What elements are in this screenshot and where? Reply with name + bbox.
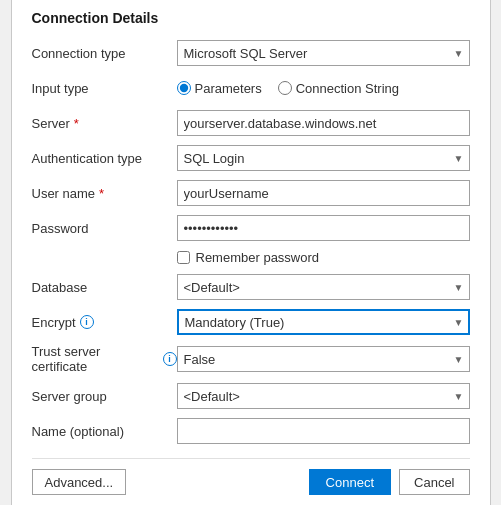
connection-type-row: Connection type Microsoft SQL Server ▼	[32, 40, 470, 66]
username-required: *	[99, 186, 104, 201]
remember-password-checkbox[interactable]	[177, 251, 190, 264]
trust-cert-select[interactable]: False	[177, 346, 470, 372]
server-group-select[interactable]: <Default>	[177, 383, 470, 409]
remember-password-label[interactable]: Remember password	[177, 250, 320, 265]
input-type-radio-group: Parameters Connection String	[177, 81, 400, 96]
database-select[interactable]: <Default>	[177, 274, 470, 300]
auth-type-control: SQL Login ▼	[177, 145, 470, 171]
input-type-label: Input type	[32, 81, 177, 96]
password-row: Password	[32, 215, 470, 241]
parameters-radio[interactable]	[177, 81, 191, 95]
encrypt-info-icon[interactable]: i	[80, 315, 94, 329]
encrypt-select-wrapper: Mandatory (True) ▼	[177, 309, 470, 335]
parameters-label: Parameters	[195, 81, 262, 96]
auth-type-select-wrapper: SQL Login ▼	[177, 145, 470, 171]
server-group-select-wrapper: <Default> ▼	[177, 383, 470, 409]
database-row: Database <Default> ▼	[32, 274, 470, 300]
encrypt-row: Encrypt i Mandatory (True) ▼	[32, 309, 470, 335]
trust-cert-control: False ▼	[177, 346, 470, 372]
connection-details-dialog: Connection Details Connection type Micro…	[11, 0, 491, 505]
dialog-title: Connection Details	[32, 10, 470, 26]
server-label: Server *	[32, 116, 177, 131]
server-control	[177, 110, 470, 136]
auth-type-label: Authentication type	[32, 151, 177, 166]
input-type-row: Input type Parameters Connection String	[32, 75, 470, 101]
advanced-button[interactable]: Advanced...	[32, 469, 127, 495]
server-required: *	[74, 116, 79, 131]
name-row: Name (optional)	[32, 418, 470, 444]
remember-password-text: Remember password	[196, 250, 320, 265]
server-group-label: Server group	[32, 389, 177, 404]
connect-button[interactable]: Connect	[309, 469, 391, 495]
username-control	[177, 180, 470, 206]
trust-cert-label: Trust server certificate i	[32, 344, 177, 374]
action-buttons: Connect Cancel	[309, 469, 470, 495]
auth-type-row: Authentication type SQL Login ▼	[32, 145, 470, 171]
server-group-row: Server group <Default> ▼	[32, 383, 470, 409]
trust-cert-row: Trust server certificate i False ▼	[32, 344, 470, 374]
database-label: Database	[32, 280, 177, 295]
connection-string-radio-label[interactable]: Connection String	[278, 81, 399, 96]
remember-password-row: Remember password	[32, 250, 470, 265]
username-input[interactable]	[177, 180, 470, 206]
connection-type-select[interactable]: Microsoft SQL Server	[177, 40, 470, 66]
encrypt-label: Encrypt i	[32, 315, 177, 330]
name-input[interactable]	[177, 418, 470, 444]
name-label: Name (optional)	[32, 424, 177, 439]
password-control	[177, 215, 470, 241]
server-row: Server *	[32, 110, 470, 136]
encrypt-control: Mandatory (True) ▼	[177, 309, 470, 335]
database-control: <Default> ▼	[177, 274, 470, 300]
connection-string-radio[interactable]	[278, 81, 292, 95]
parameters-radio-label[interactable]: Parameters	[177, 81, 262, 96]
name-control	[177, 418, 470, 444]
footer-buttons: Advanced... Connect Cancel	[32, 458, 470, 495]
trust-cert-select-wrapper: False ▼	[177, 346, 470, 372]
connection-type-control: Microsoft SQL Server ▼	[177, 40, 470, 66]
cancel-button[interactable]: Cancel	[399, 469, 469, 495]
database-select-wrapper: <Default> ▼	[177, 274, 470, 300]
server-group-control: <Default> ▼	[177, 383, 470, 409]
input-type-control: Parameters Connection String	[177, 81, 470, 96]
encrypt-select[interactable]: Mandatory (True)	[177, 309, 470, 335]
username-row: User name *	[32, 180, 470, 206]
connection-type-select-wrapper: Microsoft SQL Server ▼	[177, 40, 470, 66]
password-input[interactable]	[177, 215, 470, 241]
username-label: User name *	[32, 186, 177, 201]
connection-type-label: Connection type	[32, 46, 177, 61]
connection-string-label: Connection String	[296, 81, 399, 96]
password-label: Password	[32, 221, 177, 236]
server-input[interactable]	[177, 110, 470, 136]
trust-cert-info-icon[interactable]: i	[163, 352, 177, 366]
auth-type-select[interactable]: SQL Login	[177, 145, 470, 171]
